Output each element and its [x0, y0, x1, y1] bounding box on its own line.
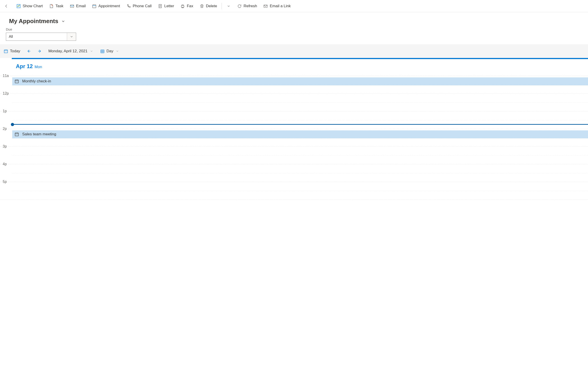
appointment-label: Appointment [98, 4, 120, 8]
time-label: 4p [3, 162, 8, 166]
due-label: Due [6, 27, 582, 31]
time-label: 11a [3, 74, 10, 78]
task-icon [49, 4, 54, 8]
due-select-chevron [67, 33, 76, 40]
view-title: My Appointments [9, 18, 58, 25]
time-row[interactable]: 1p [0, 111, 588, 129]
time-label: 2p [3, 127, 8, 131]
time-label: 3p [3, 144, 8, 149]
time-label: 12p [3, 92, 10, 96]
calendar-today-icon [4, 49, 8, 53]
appointment-button[interactable]: Appointment [89, 2, 123, 10]
email-link-button[interactable]: Email a Link [261, 2, 294, 10]
command-bar: Show Chart Task Email Appointment Phone … [0, 0, 588, 12]
email-link-label: Email a Link [270, 4, 291, 8]
time-label: 5p [3, 180, 8, 184]
calendar-nav-bar: Today Monday, April 12, 2021 Day [0, 44, 588, 58]
calendar-icon [92, 4, 97, 8]
trash-icon [200, 4, 204, 8]
view-header: My Appointments [0, 12, 588, 27]
refresh-icon [237, 4, 242, 8]
calendar-icon [15, 132, 19, 136]
calendar-view-icon [100, 49, 105, 53]
chevron-down-icon [89, 49, 94, 53]
fax-button[interactable]: Fax [178, 2, 196, 10]
day-date-label: Apr 12 [16, 63, 33, 69]
next-day-button[interactable] [36, 48, 43, 54]
email-label: Email [76, 4, 86, 8]
show-chart-label: Show Chart [23, 4, 43, 8]
chevron-down-icon [226, 4, 231, 8]
appointment-item[interactable]: Sales team meeting [12, 130, 588, 138]
current-time-indicator [11, 124, 588, 125]
time-row[interactable]: 12p [0, 94, 588, 111]
date-picker-button[interactable]: Monday, April 12, 2021 [47, 48, 95, 54]
task-button[interactable]: Task [46, 2, 66, 10]
arrow-right-icon [37, 49, 42, 53]
day-name-label: Mon [35, 65, 42, 69]
chart-icon [16, 4, 21, 8]
show-chart-button[interactable]: Show Chart [14, 2, 45, 10]
svg-rect-8 [15, 80, 19, 83]
email-button[interactable]: Email [67, 2, 89, 10]
letter-button[interactable]: Letter [155, 2, 177, 10]
appointment-title: Monthly check-in [22, 79, 51, 83]
time-row[interactable]: 5p [0, 182, 588, 200]
letter-label: Letter [164, 4, 174, 8]
svg-rect-1 [70, 5, 74, 7]
calendar-view: Apr 12 Mon 11a12p1p2p3p4p5pMonthly check… [0, 58, 588, 200]
svg-rect-6 [4, 50, 8, 53]
due-select-value: All [9, 35, 13, 39]
arrow-left-icon [26, 49, 31, 53]
current-date-text: Monday, April 12, 2021 [48, 49, 87, 53]
refresh-label: Refresh [244, 4, 257, 8]
view-mode-button[interactable]: Day [99, 48, 121, 54]
back-button[interactable] [2, 2, 11, 10]
chevron-down-icon [61, 19, 65, 23]
appointment-item[interactable]: Monthly check-in [12, 77, 588, 85]
time-row[interactable]: 3p [0, 147, 588, 164]
refresh-button[interactable]: Refresh [234, 2, 260, 10]
letter-icon [158, 4, 163, 8]
email-link-icon [263, 4, 268, 8]
fax-label: Fax [187, 4, 193, 8]
calendar-icon [15, 79, 19, 83]
phone-call-button[interactable]: Phone Call [124, 2, 154, 10]
delete-label: Delete [206, 4, 217, 8]
phone-icon [126, 4, 131, 8]
time-row[interactable]: 4p [0, 164, 588, 182]
time-grid[interactable]: 11a12p1p2p3p4p5pMonthly check-inSales te… [0, 76, 588, 200]
day-header[interactable]: Apr 12 Mon [0, 59, 588, 76]
chevron-down-icon [115, 49, 120, 53]
appointment-title: Sales team meeting [22, 132, 56, 136]
view-selector-button[interactable] [61, 19, 66, 24]
svg-rect-7 [101, 50, 104, 53]
overflow-button[interactable] [224, 2, 234, 10]
task-label: Task [56, 4, 63, 8]
today-label: Today [10, 49, 20, 53]
due-filter-section: Due All [0, 27, 588, 44]
phone-call-label: Phone Call [133, 4, 152, 8]
svg-rect-9 [15, 133, 19, 136]
email-icon [70, 4, 74, 8]
delete-button[interactable]: Delete [197, 2, 220, 10]
prev-day-button[interactable] [25, 48, 32, 54]
due-select[interactable]: All [6, 33, 76, 41]
today-button[interactable]: Today [2, 48, 21, 54]
svg-rect-5 [264, 5, 267, 7]
toolbar-separator [222, 3, 222, 9]
arrow-left-icon [4, 4, 9, 8]
svg-rect-2 [93, 5, 96, 8]
time-label: 1p [3, 109, 8, 113]
fax-icon [180, 4, 185, 8]
svg-rect-4 [182, 5, 184, 7]
view-mode-text: Day [106, 49, 113, 53]
